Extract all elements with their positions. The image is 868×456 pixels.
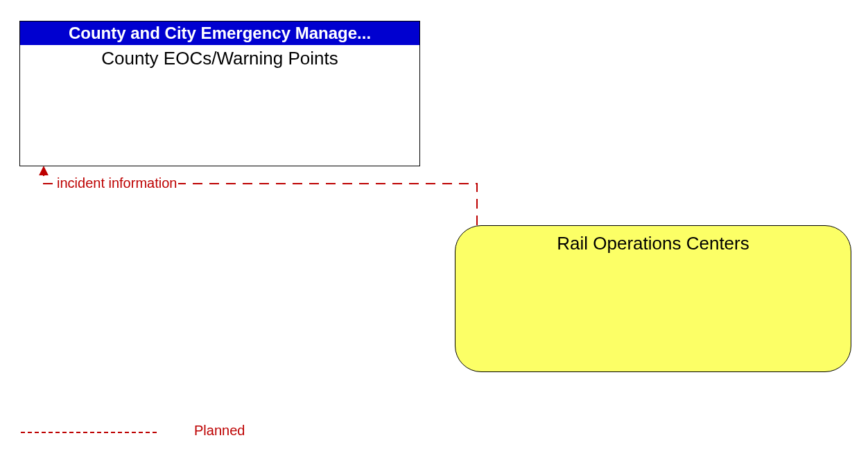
legend-label-planned: Planned — [194, 423, 245, 439]
node-rail-title: Rail Operations Centers — [455, 226, 851, 254]
flow-label-incident: incident information — [55, 175, 178, 191]
node-county-eoc: County and City Emergency Manage... Coun… — [19, 21, 420, 166]
diagram-canvas: County and City Emergency Manage... Coun… — [0, 0, 868, 456]
node-county-title: County EOCs/Warning Points — [20, 45, 419, 69]
legend-line-planned — [21, 432, 157, 433]
node-county-header: County and City Emergency Manage... — [20, 21, 419, 45]
node-rail-operations: Rail Operations Centers — [455, 225, 851, 372]
